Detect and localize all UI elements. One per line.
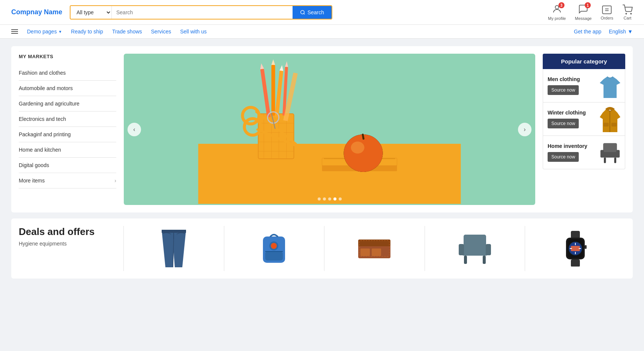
language-chevron-icon: ▼: [627, 29, 633, 35]
svg-rect-74: [571, 246, 580, 251]
svg-rect-79: [585, 245, 587, 249]
left-sidebar: MY MARKETS Fashion and clothes Automobil…: [19, 54, 116, 205]
svg-rect-68: [483, 256, 486, 264]
jeans-icon: [160, 230, 188, 267]
deals-subtitle: Hygiene equipments: [19, 241, 116, 247]
carousel-dot-4[interactable]: [333, 197, 336, 200]
orders-icon-item[interactable]: Orders: [600, 5, 613, 20]
deals-section: Deals and offers Hygiene equipments: [11, 218, 633, 279]
cart-label: Cart: [624, 16, 632, 20]
deal-product-backpack[interactable]: [224, 226, 325, 271]
carousel-image: [124, 54, 535, 204]
search-icon: [300, 10, 305, 15]
header: Compnay Name All type Products Suppliers…: [0, 0, 644, 25]
get-the-app[interactable]: Get the app: [574, 29, 601, 35]
men-clothing-shirt-icon: [600, 74, 620, 98]
category-row-home-inventory: Home inventory Source now: [543, 136, 625, 169]
deals-title: Deals and offers: [19, 226, 116, 238]
deal-product-wallet[interactable]: [324, 226, 425, 271]
language-select[interactable]: English ▼: [609, 29, 633, 35]
sidebar-title: MY MARKETS: [19, 54, 116, 59]
message-icon-item[interactable]: 1 Message: [575, 4, 592, 21]
deal-product-watch[interactable]: [525, 226, 625, 271]
nav-right: Get the app English ▼: [574, 29, 633, 35]
svg-point-6: [626, 13, 626, 14]
category-image-home: [600, 141, 620, 164]
svg-rect-3: [603, 6, 611, 14]
svg-rect-43: [611, 123, 617, 127]
svg-line-1: [303, 13, 305, 14]
armchair-icon: [458, 231, 492, 267]
source-now-winter-button[interactable]: Source now: [548, 119, 579, 128]
popular-categories-list: Men clothing Source now Winter clot: [543, 69, 625, 169]
nav-item-ready-to-ship[interactable]: Ready to ship: [71, 29, 103, 35]
deal-product-jeans[interactable]: [124, 226, 224, 271]
nav-item-trade-shows[interactable]: Trade shows: [112, 29, 142, 35]
backpack-icon: [260, 231, 288, 267]
popular-category-header: Popular category: [543, 54, 625, 69]
hero-section: MY MARKETS Fashion and clothes Automobil…: [11, 46, 633, 212]
home-inventory-chair-icon: [600, 139, 620, 166]
carousel-dot-1[interactable]: [318, 197, 321, 200]
svg-rect-80: [571, 259, 580, 267]
popular-category-panel: Popular category Men clothing Source now: [543, 54, 625, 205]
nav-item-sell-with-us[interactable]: Sell with us: [180, 29, 207, 35]
sidebar-item-fashion[interactable]: Fashion and clothes: [19, 65, 116, 81]
message-badge: 1: [585, 2, 591, 8]
more-items-chevron-icon: ›: [114, 178, 116, 184]
category-info-winter: Winter clothing Source now: [548, 110, 596, 128]
carousel-dot-2[interactable]: [323, 197, 326, 200]
deals-info: Deals and offers Hygiene equipments: [19, 226, 124, 271]
svg-point-15: [351, 142, 365, 154]
svg-rect-60: [360, 249, 370, 256]
sidebar-item-more-items[interactable]: More items ›: [19, 173, 116, 188]
winter-clothing-jacket-icon: [600, 106, 620, 132]
search-input[interactable]: [112, 6, 293, 19]
orders-icon: [602, 5, 612, 15]
search-bar: All type Products Suppliers Search: [70, 5, 332, 20]
sidebar-item-packaging[interactable]: Packaginf and printing: [19, 127, 116, 142]
sidebar-item-digital[interactable]: Digital goods: [19, 158, 116, 173]
sidebar-item-gardening[interactable]: Gardening and agriculture: [19, 96, 116, 111]
svg-rect-61: [372, 249, 381, 256]
hamburger-menu[interactable]: [11, 29, 18, 34]
svg-point-0: [300, 10, 304, 14]
svg-rect-9: [198, 144, 461, 204]
svg-point-56: [271, 243, 277, 249]
category-image-men: [600, 74, 620, 97]
nav-item-demo-pages[interactable]: Demo pages ▼: [27, 29, 62, 35]
profile-badge: 3: [558, 2, 564, 8]
carousel-dot-5[interactable]: [339, 197, 342, 200]
cart-icon: [622, 5, 633, 15]
svg-rect-67: [464, 256, 467, 264]
svg-rect-50: [162, 230, 186, 233]
search-button[interactable]: Search: [293, 6, 332, 19]
sidebar-item-electronics[interactable]: Electronics and tech: [19, 111, 116, 127]
svg-point-2: [555, 6, 558, 9]
search-type-select[interactable]: All type Products Suppliers: [71, 6, 112, 19]
svg-rect-66: [486, 244, 491, 255]
svg-rect-28: [272, 65, 275, 116]
wallet-icon: [357, 237, 391, 261]
svg-rect-49: [614, 158, 617, 163]
cart-icon-item[interactable]: Cart: [622, 5, 633, 20]
deal-product-armchair[interactable]: [425, 226, 525, 271]
source-now-home-button[interactable]: Source now: [548, 152, 579, 162]
carousel-prev-button[interactable]: ‹: [128, 123, 141, 136]
svg-rect-54: [265, 252, 283, 261]
sidebar-item-automobile[interactable]: Automobile and motors: [19, 81, 116, 96]
svg-rect-47: [616, 150, 620, 158]
nav-item-services[interactable]: Services: [151, 29, 171, 35]
category-info-men: Men clothing Source now: [548, 76, 596, 95]
carousel-dots: [318, 197, 342, 200]
my-profile-icon-item[interactable]: 3 My profile: [548, 4, 566, 21]
category-name-home: Home inventory: [548, 143, 596, 149]
category-image-winter: [600, 108, 620, 130]
svg-rect-48: [604, 158, 606, 163]
source-now-men-button[interactable]: Source now: [548, 85, 579, 95]
carousel-next-button[interactable]: ›: [518, 123, 531, 136]
carousel-dot-3[interactable]: [328, 197, 331, 200]
svg-rect-46: [600, 150, 604, 158]
company-logo[interactable]: Compnay Name: [11, 8, 64, 16]
sidebar-item-home-kitchen[interactable]: Home and kitchen: [19, 142, 116, 158]
